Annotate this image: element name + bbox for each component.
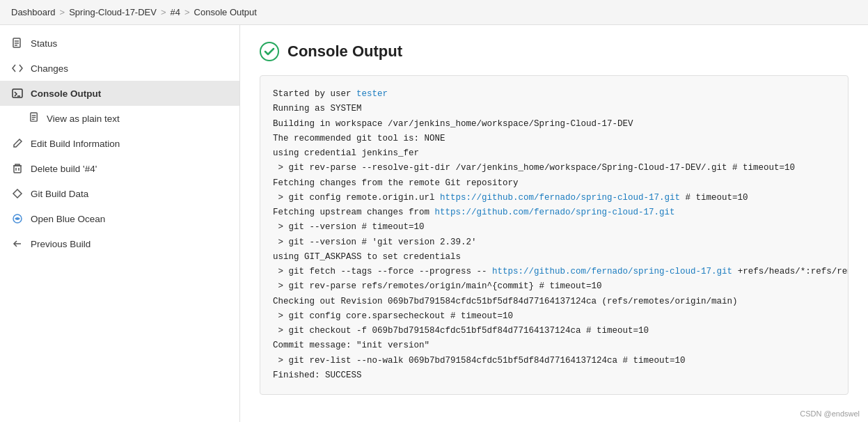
git-url-link-2[interactable]: https://github.com/fernado/spring-cloud-…: [435, 208, 675, 217]
sidebar-item-previous-build-label: Previous Build: [31, 239, 90, 249]
main-content: Console Output Started by user tester Ru…: [240, 25, 868, 422]
svg-point-16: [260, 42, 278, 61]
sidebar-item-git-build-data[interactable]: Git Build Data: [0, 181, 239, 206]
console-line-6: > git rev-parse --resolve-git-dir /var/j…: [273, 161, 835, 175]
edit-icon: [11, 137, 24, 150]
breadcrumb-sep-1: >: [60, 7, 65, 17]
sidebar-item-status[interactable]: Status: [0, 31, 239, 56]
console-output-area: Started by user tester Running as SYSTEM…: [260, 75, 849, 395]
breadcrumb-dashboard[interactable]: Dashboard: [11, 7, 56, 17]
sidebar-item-edit-build-info-label: Edit Build Information: [31, 139, 120, 149]
console-line-17: > git checkout -f 069b7bd791584cfdc51bf5…: [273, 324, 835, 338]
sidebar-item-open-blue-ocean-label: Open Blue Ocean: [31, 214, 105, 224]
console-line-15: Checking out Revision 069b7bd791584cfdc5…: [273, 295, 835, 309]
git-url-link-1[interactable]: https://github.com/fernado/spring-cloud-…: [440, 193, 680, 203]
sidebar-item-delete-build[interactable]: Delete build '#4': [0, 156, 239, 181]
console-line-8: > git config remote.origin.url https://g…: [273, 191, 835, 205]
console-line-20: Finished: SUCCESS: [273, 368, 835, 383]
console-line-12: using GIT_ASKPASS to set credentials: [273, 250, 835, 265]
console-line-5: using credential jenkins_fer: [273, 146, 835, 161]
console-line-13: > git fetch --tags --force --progress --…: [273, 265, 835, 279]
sidebar-item-open-blue-ocean[interactable]: Open Blue Ocean: [0, 206, 239, 231]
sidebar-item-changes[interactable]: Changes: [0, 56, 239, 81]
terminal-icon: [11, 87, 24, 100]
file-icon: [11, 37, 24, 49]
console-line-18: Commit message: "init version": [273, 338, 835, 353]
breadcrumb-sep-2: >: [161, 7, 166, 17]
sidebar-item-view-plain-text-label: View as plain text: [47, 114, 120, 124]
console-line-4: The recommended git tool is: NONE: [273, 132, 835, 146]
page-title-row: Console Output: [260, 42, 849, 61]
console-line-3: Building in workspace /var/jenkins_home/…: [273, 117, 835, 132]
back-icon: [11, 237, 24, 250]
sidebar-item-changes-label: Changes: [31, 63, 68, 74]
sidebar-item-console-output-label: Console Output: [31, 88, 101, 99]
code-icon: [11, 62, 24, 75]
sidebar-item-git-build-data-label: Git Build Data: [31, 189, 88, 199]
breadcrumb-sep-3: >: [184, 7, 190, 17]
footer-note: CSDN @endswel: [800, 409, 860, 418]
console-line-9: Fetching upstream changes from https://g…: [273, 205, 835, 220]
trash-icon: [11, 162, 24, 175]
breadcrumb-current: Console Output: [194, 7, 257, 17]
sidebar-item-status-label: Status: [31, 38, 57, 49]
breadcrumb-build[interactable]: #4: [171, 7, 180, 17]
sidebar: Status Changes Console Output: [0, 25, 240, 422]
sidebar-item-console-output[interactable]: Console Output: [0, 81, 239, 106]
breadcrumb: Dashboard > Spring-Cloud-17-DEV > #4 > C…: [0, 0, 868, 25]
console-line-16: > git config core.sparsecheckout # timeo…: [273, 309, 835, 324]
success-icon: [260, 42, 279, 61]
sidebar-item-previous-build[interactable]: Previous Build: [0, 231, 239, 256]
breadcrumb-project[interactable]: Spring-Cloud-17-DEV: [69, 7, 157, 17]
doc-icon: [29, 112, 40, 125]
circle-icon: [11, 212, 24, 225]
sidebar-item-delete-build-label: Delete build '#4': [31, 164, 97, 174]
sidebar-item-view-plain-text[interactable]: View as plain text: [0, 106, 239, 131]
console-line-10: > git --version # timeout=10: [273, 220, 835, 235]
page-title: Console Output: [287, 42, 402, 61]
git-url-link-3[interactable]: https://github.com/fernado/spring-cloud-…: [492, 267, 732, 276]
console-line-11: > git --version # 'git version 2.39.2': [273, 235, 835, 250]
tester-link[interactable]: tester: [356, 89, 388, 99]
svg-marker-13: [13, 189, 22, 198]
svg-rect-10: [14, 166, 21, 173]
sidebar-item-edit-build-info[interactable]: Edit Build Information: [0, 131, 239, 156]
console-line-2: Running as SYSTEM: [273, 102, 835, 116]
console-line-1: Started by user tester: [273, 87, 835, 102]
console-line-14: > git rev-parse refs/remotes/origin/main…: [273, 279, 835, 294]
console-line-19: > git rev-list --no-walk 069b7bd791584cf…: [273, 354, 835, 368]
diamond-icon: [11, 187, 24, 200]
console-line-7: Fetching changes from the remote Git rep…: [273, 176, 835, 191]
